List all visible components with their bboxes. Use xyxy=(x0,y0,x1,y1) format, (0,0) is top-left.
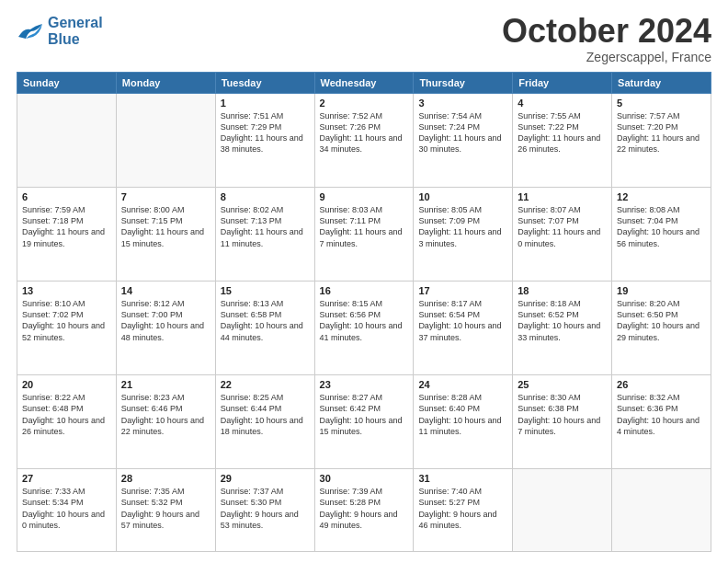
day-info: Sunrise: 8:30 AMSunset: 6:38 PMDaylight:… xyxy=(518,392,607,437)
day-number: 14 xyxy=(121,285,210,296)
day-number: 18 xyxy=(518,285,607,296)
day-info: Sunrise: 8:18 AMSunset: 6:52 PMDaylight:… xyxy=(518,298,607,343)
table-row: 15Sunrise: 8:13 AMSunset: 6:58 PMDayligh… xyxy=(215,282,314,375)
day-info: Sunrise: 7:54 AMSunset: 7:24 PMDaylight:… xyxy=(418,110,507,155)
table-row xyxy=(513,469,612,552)
table-row: 1Sunrise: 7:51 AMSunset: 7:29 PMDaylight… xyxy=(215,94,314,188)
calendar-header-row: Sunday Monday Tuesday Wednesday Thursday… xyxy=(17,73,711,94)
logo-text: General Blue xyxy=(48,15,103,47)
day-info: Sunrise: 8:28 AMSunset: 6:40 PMDaylight:… xyxy=(418,392,507,437)
table-row: 3Sunrise: 7:54 AMSunset: 7:24 PMDaylight… xyxy=(414,94,513,188)
table-row: 18Sunrise: 8:18 AMSunset: 6:52 PMDayligh… xyxy=(513,282,612,375)
table-row: 19Sunrise: 8:20 AMSunset: 6:50 PMDayligh… xyxy=(612,282,711,375)
day-number: 13 xyxy=(22,285,111,296)
table-row: 16Sunrise: 8:15 AMSunset: 6:56 PMDayligh… xyxy=(314,282,414,375)
day-info: Sunrise: 7:51 AMSunset: 7:29 PMDaylight:… xyxy=(221,110,310,155)
table-row: 7Sunrise: 8:00 AMSunset: 7:15 PMDaylight… xyxy=(116,188,215,282)
day-number: 24 xyxy=(418,379,507,390)
col-sunday: Sunday xyxy=(17,73,117,94)
col-saturday: Saturday xyxy=(612,73,711,94)
day-number: 4 xyxy=(518,98,607,109)
table-row xyxy=(116,94,215,188)
calendar-table: Sunday Monday Tuesday Wednesday Thursday… xyxy=(17,72,711,552)
calendar-week-row: 13Sunrise: 8:10 AMSunset: 7:02 PMDayligh… xyxy=(17,282,711,375)
table-row: 26Sunrise: 8:32 AMSunset: 6:36 PMDayligh… xyxy=(612,375,711,469)
day-number: 20 xyxy=(22,379,111,390)
table-row: 13Sunrise: 8:10 AMSunset: 7:02 PMDayligh… xyxy=(17,282,117,375)
day-info: Sunrise: 8:12 AMSunset: 7:00 PMDaylight:… xyxy=(121,298,210,343)
day-info: Sunrise: 8:13 AMSunset: 6:58 PMDaylight:… xyxy=(221,298,310,343)
day-number: 29 xyxy=(221,473,310,484)
table-row: 12Sunrise: 8:08 AMSunset: 7:04 PMDayligh… xyxy=(612,188,711,282)
table-row: 22Sunrise: 8:25 AMSunset: 6:44 PMDayligh… xyxy=(215,375,314,469)
day-info: Sunrise: 7:35 AMSunset: 5:32 PMDaylight:… xyxy=(121,486,210,531)
day-info: Sunrise: 8:17 AMSunset: 6:54 PMDaylight:… xyxy=(418,298,507,343)
table-row: 5Sunrise: 7:57 AMSunset: 7:20 PMDaylight… xyxy=(612,94,711,188)
day-number: 27 xyxy=(22,473,111,484)
table-row: 23Sunrise: 8:27 AMSunset: 6:42 PMDayligh… xyxy=(314,375,414,469)
day-info: Sunrise: 7:55 AMSunset: 7:22 PMDaylight:… xyxy=(518,110,607,155)
table-row: 30Sunrise: 7:39 AMSunset: 5:28 PMDayligh… xyxy=(314,469,414,552)
day-info: Sunrise: 8:25 AMSunset: 6:44 PMDaylight:… xyxy=(221,392,310,437)
day-info: Sunrise: 8:03 AMSunset: 7:11 PMDaylight:… xyxy=(320,204,409,249)
day-info: Sunrise: 8:08 AMSunset: 7:04 PMDaylight:… xyxy=(617,204,706,249)
col-friday: Friday xyxy=(513,73,612,94)
day-number: 23 xyxy=(320,379,409,390)
table-row: 8Sunrise: 8:02 AMSunset: 7:13 PMDaylight… xyxy=(215,188,314,282)
month-title: October 2024 xyxy=(502,15,711,48)
calendar-week-row: 1Sunrise: 7:51 AMSunset: 7:29 PMDaylight… xyxy=(17,94,711,188)
day-number: 7 xyxy=(121,191,210,202)
table-row: 2Sunrise: 7:52 AMSunset: 7:26 PMDaylight… xyxy=(314,94,414,188)
day-number: 1 xyxy=(221,98,310,109)
day-info: Sunrise: 8:07 AMSunset: 7:07 PMDaylight:… xyxy=(518,204,607,249)
day-number: 21 xyxy=(121,379,210,390)
day-number: 31 xyxy=(418,473,507,484)
day-number: 28 xyxy=(121,473,210,484)
day-info: Sunrise: 8:23 AMSunset: 6:46 PMDaylight:… xyxy=(121,392,210,437)
day-number: 8 xyxy=(221,191,310,202)
day-info: Sunrise: 7:33 AMSunset: 5:34 PMDaylight:… xyxy=(22,486,111,531)
col-monday: Monday xyxy=(116,73,215,94)
table-row xyxy=(17,94,117,188)
col-wednesday: Wednesday xyxy=(314,73,414,94)
col-tuesday: Tuesday xyxy=(215,73,314,94)
table-row: 10Sunrise: 8:05 AMSunset: 7:09 PMDayligh… xyxy=(414,188,513,282)
day-number: 26 xyxy=(617,379,706,390)
logo-icon xyxy=(17,20,44,42)
table-row: 29Sunrise: 7:37 AMSunset: 5:30 PMDayligh… xyxy=(215,469,314,552)
day-number: 30 xyxy=(320,473,409,484)
table-row: 11Sunrise: 8:07 AMSunset: 7:07 PMDayligh… xyxy=(513,188,612,282)
day-number: 17 xyxy=(418,285,507,296)
day-number: 5 xyxy=(617,98,706,109)
page: General Blue October 2024 Zegerscappel, … xyxy=(0,0,728,563)
col-thursday: Thursday xyxy=(414,73,513,94)
day-info: Sunrise: 7:37 AMSunset: 5:30 PMDaylight:… xyxy=(221,486,310,531)
day-info: Sunrise: 7:40 AMSunset: 5:27 PMDaylight:… xyxy=(418,486,507,531)
table-row: 6Sunrise: 7:59 AMSunset: 7:18 PMDaylight… xyxy=(17,188,117,282)
day-info: Sunrise: 7:52 AMSunset: 7:26 PMDaylight:… xyxy=(320,110,409,155)
day-info: Sunrise: 8:10 AMSunset: 7:02 PMDaylight:… xyxy=(22,298,111,343)
table-row: 28Sunrise: 7:35 AMSunset: 5:32 PMDayligh… xyxy=(116,469,215,552)
day-number: 10 xyxy=(418,191,507,202)
logo: General Blue xyxy=(17,15,103,47)
day-info: Sunrise: 8:00 AMSunset: 7:15 PMDaylight:… xyxy=(121,204,210,249)
day-number: 2 xyxy=(320,98,409,109)
table-row xyxy=(612,469,711,552)
day-info: Sunrise: 8:27 AMSunset: 6:42 PMDaylight:… xyxy=(320,392,409,437)
day-info: Sunrise: 7:59 AMSunset: 7:18 PMDaylight:… xyxy=(22,204,111,249)
header: General Blue October 2024 Zegerscappel, … xyxy=(17,15,711,64)
table-row: 31Sunrise: 7:40 AMSunset: 5:27 PMDayligh… xyxy=(414,469,513,552)
day-info: Sunrise: 8:05 AMSunset: 7:09 PMDaylight:… xyxy=(418,204,507,249)
day-info: Sunrise: 8:32 AMSunset: 6:36 PMDaylight:… xyxy=(617,392,706,437)
table-row: 21Sunrise: 8:23 AMSunset: 6:46 PMDayligh… xyxy=(116,375,215,469)
table-row: 20Sunrise: 8:22 AMSunset: 6:48 PMDayligh… xyxy=(17,375,117,469)
day-number: 15 xyxy=(221,285,310,296)
day-number: 25 xyxy=(518,379,607,390)
day-number: 12 xyxy=(617,191,706,202)
day-number: 6 xyxy=(22,191,111,202)
table-row: 17Sunrise: 8:17 AMSunset: 6:54 PMDayligh… xyxy=(414,282,513,375)
table-row: 27Sunrise: 7:33 AMSunset: 5:34 PMDayligh… xyxy=(17,469,117,552)
calendar-week-row: 20Sunrise: 8:22 AMSunset: 6:48 PMDayligh… xyxy=(17,375,711,469)
table-row: 4Sunrise: 7:55 AMSunset: 7:22 PMDaylight… xyxy=(513,94,612,188)
calendar-week-row: 6Sunrise: 7:59 AMSunset: 7:18 PMDaylight… xyxy=(17,188,711,282)
